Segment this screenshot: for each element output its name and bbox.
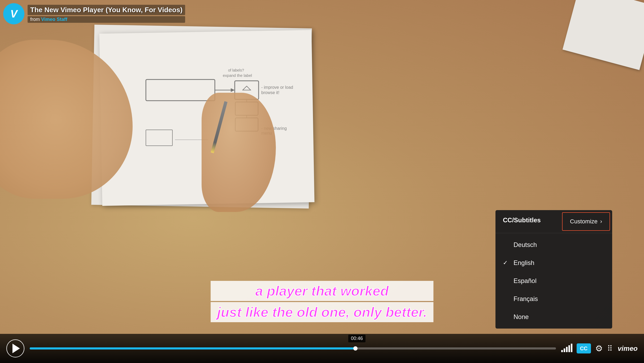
cc-label-none: None — [514, 313, 529, 321]
cc-item-none[interactable]: None — [495, 308, 612, 326]
cc-label-espanol: Español — [514, 277, 537, 285]
cc-item-espanol[interactable]: Español — [495, 272, 612, 290]
cc-label-francais: Français — [514, 295, 538, 303]
expand-icon[interactable]: ⠿ — [607, 344, 613, 353]
video-player: - improve or load browse it! expand the … — [0, 0, 644, 363]
cc-menu-header: CC/Subtitles Customize › — [495, 210, 612, 233]
author-link[interactable]: Vimeo Staff — [41, 17, 67, 22]
time-tooltip: 00:46 — [348, 335, 365, 342]
svg-text:browse it!: browse it! — [261, 90, 279, 95]
vimeo-logo: V — [3, 3, 24, 24]
settings-icon[interactable]: ⚙ — [595, 343, 603, 353]
progress-bar[interactable]: 00:46 — [30, 347, 556, 349]
svg-text:of labels?: of labels? — [228, 68, 244, 72]
title-overlay: V The New Vimeo Player (You Know, For Vi… — [3, 3, 185, 24]
play-button[interactable] — [6, 339, 24, 357]
controls-bar: 00:46 CC ⚙ ⠿ vimeo — [0, 334, 644, 363]
vol-bar-1 — [561, 350, 563, 352]
right-controls: CC ⚙ ⠿ vimeo — [561, 343, 638, 353]
svg-text:expand the label: expand the label — [223, 73, 252, 78]
vimeo-brand-label: vimeo — [618, 344, 638, 353]
title-text-block: The New Vimeo Player (You Know, For Vide… — [28, 5, 185, 23]
svg-rect-15 — [146, 130, 172, 146]
caption-line-1: a player that worked — [211, 281, 433, 301]
svg-marker-4 — [243, 86, 251, 90]
cc-item-deutsch[interactable]: Deutsch — [495, 236, 612, 254]
svg-marker-2 — [231, 88, 235, 92]
cc-item-english[interactable]: ✓ English — [495, 254, 612, 272]
video-title: The New Vimeo Player (You Know, For Vide… — [28, 5, 185, 15]
customize-button[interactable]: Customize › — [562, 212, 610, 231]
check-english: ✓ — [503, 259, 509, 266]
vol-bar-2 — [564, 348, 565, 352]
vol-bar-3 — [566, 347, 568, 352]
cc-subtitles-menu: CC/Subtitles Customize › Deutsch ✓ Engli… — [495, 210, 612, 329]
play-icon — [12, 344, 20, 353]
customize-label: Customize — [570, 218, 598, 225]
vol-bar-5 — [571, 344, 572, 352]
chevron-right-icon: › — [600, 218, 602, 225]
captions-area: a player that worked just like the old o… — [211, 280, 433, 323]
progress-handle[interactable]: 00:46 — [353, 346, 358, 351]
volume-control[interactable] — [561, 345, 572, 352]
cc-label-deutsch: Deutsch — [514, 241, 537, 249]
vol-bar-4 — [568, 345, 570, 352]
cc-language-list: Deutsch ✓ English Español Français None — [495, 233, 612, 329]
cc-menu-title: CC/Subtitles — [495, 210, 560, 233]
video-from: from Vimeo Staff — [28, 16, 185, 23]
svg-text:- improve or load: - improve or load — [261, 85, 293, 90]
caption-line-2: just like the old one, only better. — [211, 302, 433, 322]
progress-filled: 00:46 — [30, 347, 356, 349]
vimeo-v-letter: V — [10, 8, 18, 20]
cc-button[interactable]: CC — [577, 343, 591, 353]
svg-rect-0 — [146, 79, 215, 101]
cc-item-francais[interactable]: Français — [495, 290, 612, 308]
cc-button-label: CC — [580, 346, 588, 352]
cc-label-english: English — [514, 259, 534, 267]
